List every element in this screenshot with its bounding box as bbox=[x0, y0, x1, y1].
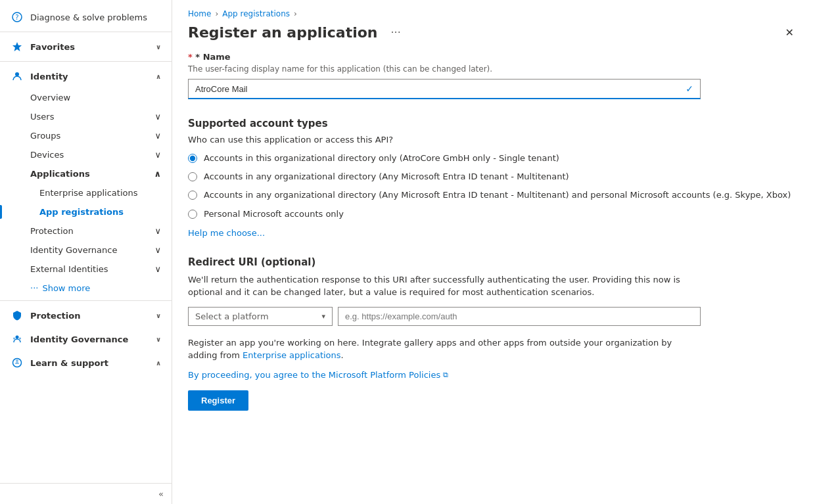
page-header-actions: ··· bbox=[391, 26, 401, 39]
help-me-choose-link[interactable]: Help me choose... bbox=[188, 228, 265, 238]
breadcrumb-sep2: › bbox=[294, 9, 297, 18]
favorites-chevron: ∨ bbox=[156, 43, 161, 51]
sidebar-item-identity-governance[interactable]: Identity Governance ∨ bbox=[0, 241, 172, 260]
register-button[interactable]: Register bbox=[188, 390, 248, 411]
radio-multitenant-label: Accounts in any organizational directory… bbox=[204, 171, 569, 183]
collapse-icon: « bbox=[158, 489, 164, 499]
radio-multitenant-input[interactable] bbox=[188, 172, 197, 181]
sidebar-item-learn-support[interactable]: Learn & support ∧ bbox=[0, 351, 172, 375]
account-type-radio-group: Accounts in this organizational director… bbox=[188, 152, 799, 220]
platform-select[interactable]: Select a platform ▾ bbox=[188, 307, 333, 326]
identity-governance2-label: Identity Governance bbox=[30, 334, 128, 344]
divider3 bbox=[0, 300, 172, 301]
identity-icon bbox=[11, 70, 24, 83]
sidebar-item-groups[interactable]: Groups ∨ bbox=[0, 126, 172, 145]
radio-single-tenant-input[interactable] bbox=[188, 154, 197, 163]
sidebar-item-external-identities[interactable]: External Identities ∨ bbox=[0, 260, 172, 279]
svg-point-6 bbox=[19, 338, 21, 340]
sidebar-item-applications[interactable]: Applications ∧ bbox=[0, 164, 172, 183]
radio-single-tenant[interactable]: Accounts in this organizational director… bbox=[188, 152, 799, 164]
sidebar-item-show-more[interactable]: ··· Show more bbox=[0, 279, 172, 298]
svg-point-3 bbox=[15, 72, 19, 76]
name-input-wrapper[interactable]: ✓ bbox=[188, 79, 701, 99]
sidebar: ? Diagnose & solve problems Favorites ∨ … bbox=[0, 0, 172, 504]
name-description: The user-facing display name for this ap… bbox=[188, 64, 799, 74]
platform-row: Select a platform ▾ bbox=[188, 307, 701, 326]
radio-personal-only[interactable]: Personal Microsoft accounts only bbox=[188, 208, 799, 220]
sidebar-item-devices[interactable]: Devices ∨ bbox=[0, 145, 172, 164]
protection2-chevron: ∨ bbox=[156, 312, 161, 319]
enterprise-applications-link[interactable]: Enterprise applications bbox=[243, 350, 341, 360]
page-title: Register an application bbox=[188, 24, 378, 41]
divider2 bbox=[0, 61, 172, 62]
sidebar-item-enterprise-apps[interactable]: Enterprise applications bbox=[0, 183, 172, 202]
protection2-icon bbox=[11, 309, 24, 322]
radio-single-tenant-label: Accounts in this organizational director… bbox=[204, 152, 559, 164]
supported-accounts-title: Supported account types bbox=[188, 118, 799, 129]
identity-governance2-icon bbox=[11, 332, 24, 346]
sidebar-item-overview[interactable]: Overview bbox=[0, 88, 172, 107]
supported-accounts-section: Supported account types Who can use this… bbox=[188, 118, 799, 238]
uri-input[interactable] bbox=[338, 307, 701, 326]
diagnose-label: Diagnose & solve problems bbox=[30, 12, 147, 22]
svg-text:?: ? bbox=[15, 14, 18, 21]
sidebar-item-identity[interactable]: Identity ∧ bbox=[0, 64, 172, 88]
sidebar-item-favorites[interactable]: Favorites ∨ bbox=[0, 35, 172, 58]
svg-point-8 bbox=[16, 359, 18, 362]
redirect-uri-desc: We'll return the authentication response… bbox=[188, 273, 701, 299]
collapse-button[interactable]: « bbox=[0, 484, 172, 504]
external-identities-chevron: ∨ bbox=[154, 264, 161, 274]
register-note: Register an app you're working on here. … bbox=[188, 336, 701, 362]
show-more-icon: ··· bbox=[30, 283, 38, 293]
applications-label: Applications bbox=[30, 169, 90, 179]
identity-label: Identity bbox=[30, 72, 68, 81]
input-valid-icon: ✓ bbox=[686, 83, 693, 94]
protection-chevron: ∨ bbox=[154, 226, 161, 236]
external-link-icon: ⧉ bbox=[443, 371, 448, 379]
breadcrumb-app-registrations[interactable]: App registrations bbox=[222, 9, 290, 18]
close-button[interactable]: ✕ bbox=[780, 24, 799, 41]
name-label: * * Name bbox=[188, 52, 799, 62]
redirect-uri-section: Redirect URI (optional) We'll return the… bbox=[188, 256, 799, 411]
sidebar-item-protection[interactable]: Protection ∨ bbox=[0, 221, 172, 241]
sidebar-item-identity-governance2[interactable]: Identity Governance ∨ bbox=[0, 327, 172, 351]
main-content: Home › App registrations › Register an a… bbox=[172, 0, 815, 504]
svg-point-4 bbox=[16, 336, 19, 339]
breadcrumb-home[interactable]: Home bbox=[188, 9, 211, 18]
sidebar-bottom: « bbox=[0, 483, 172, 504]
radio-personal-only-label: Personal Microsoft accounts only bbox=[204, 208, 344, 220]
platform-chevron-down: ▾ bbox=[321, 312, 325, 321]
svg-point-5 bbox=[13, 338, 15, 340]
sidebar-item-app-registrations[interactable]: App registrations bbox=[0, 202, 172, 221]
learn-support-label: Learn & support bbox=[30, 358, 108, 368]
devices-label: Devices bbox=[30, 150, 64, 160]
policy-link[interactable]: By proceeding, you agree to the Microsof… bbox=[188, 370, 799, 380]
users-label: Users bbox=[30, 112, 54, 122]
protection2-label: Protection bbox=[30, 311, 80, 321]
show-more-label: Show more bbox=[42, 283, 90, 293]
radio-multitenant[interactable]: Accounts in any organizational directory… bbox=[188, 171, 799, 183]
name-input[interactable] bbox=[195, 84, 686, 94]
form-area: * * Name The user-facing display name fo… bbox=[172, 52, 815, 504]
protection-label: Protection bbox=[30, 226, 74, 236]
users-chevron: ∨ bbox=[154, 112, 161, 122]
sidebar-item-diagnose[interactable]: ? Diagnose & solve problems bbox=[0, 5, 172, 29]
required-asterisk: * bbox=[188, 52, 195, 62]
divider bbox=[0, 32, 172, 32]
favorites-label: Favorites bbox=[30, 42, 75, 52]
groups-chevron: ∨ bbox=[154, 131, 161, 141]
identity-governance2-chevron: ∨ bbox=[156, 336, 161, 343]
radio-multitenant-personal-input[interactable] bbox=[188, 191, 197, 200]
sidebar-item-users[interactable]: Users ∨ bbox=[0, 107, 172, 126]
redirect-uri-title: Redirect URI (optional) bbox=[188, 256, 799, 268]
radio-multitenant-personal[interactable]: Accounts in any organizational directory… bbox=[188, 189, 799, 201]
groups-label: Groups bbox=[30, 131, 60, 141]
more-options-icon[interactable]: ··· bbox=[391, 26, 401, 39]
svg-marker-2 bbox=[12, 42, 22, 51]
page-header: Register an application ··· ✕ bbox=[172, 18, 815, 52]
identity-governance-label: Identity Governance bbox=[30, 245, 117, 255]
radio-personal-only-input[interactable] bbox=[188, 210, 197, 219]
sidebar-item-protection2[interactable]: Protection ∨ bbox=[0, 304, 172, 327]
external-identities-label: External Identities bbox=[30, 264, 108, 274]
breadcrumb: Home › App registrations › bbox=[172, 0, 815, 18]
